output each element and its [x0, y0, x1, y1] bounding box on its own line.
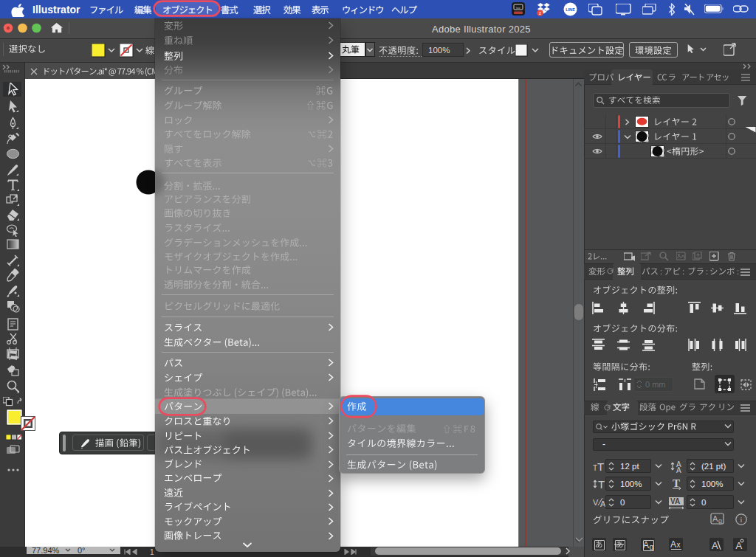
svg-text:VA: VA — [670, 497, 680, 505]
svg-text:A: A — [676, 466, 681, 473]
svg-text:LINE: LINE — [566, 7, 575, 12]
svg-text:A: A — [712, 514, 718, 523]
svg-text:V: V — [593, 498, 599, 507]
svg-text:T: T — [598, 478, 605, 490]
svg-text:i: i — [740, 516, 743, 524]
svg-text:A: A — [712, 540, 718, 551]
svg-text:A: A — [670, 539, 676, 550]
svg-text:T: T — [673, 478, 680, 489]
svg-text:g: g — [718, 517, 722, 525]
svg-text:T: T — [597, 460, 604, 472]
svg-text:tour: tour — [516, 7, 521, 10]
svg-text:x: x — [677, 541, 681, 549]
